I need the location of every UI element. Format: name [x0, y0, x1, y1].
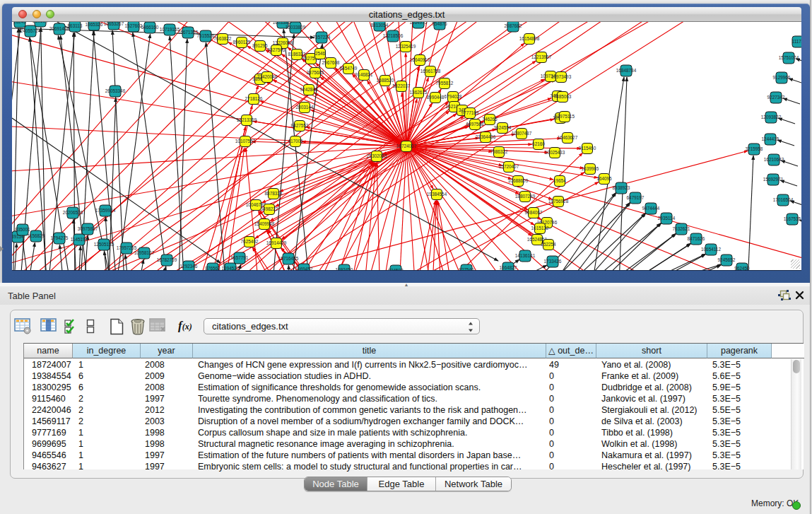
svg-text:16154808: 16154808 [519, 36, 540, 41]
svg-text:417006: 417006 [288, 139, 303, 144]
svg-text:7955812: 7955812 [436, 81, 454, 86]
svg-text:15692971: 15692971 [763, 177, 784, 182]
svg-text:15409948: 15409948 [254, 221, 275, 226]
svg-text:10719155: 10719155 [160, 27, 180, 32]
svg-text:8454749: 8454749 [340, 66, 358, 71]
svg-text:9084067: 9084067 [525, 210, 543, 215]
svg-text:7663822: 7663822 [214, 36, 232, 41]
svg-text:1733426: 1733426 [544, 259, 562, 264]
svg-text:1794275: 1794275 [51, 235, 69, 240]
svg-text:7485063: 7485063 [554, 94, 572, 99]
svg-text:1639965: 1639965 [582, 166, 599, 171]
svg-text:2718126: 2718126 [245, 96, 263, 101]
svg-text:746266: 746266 [482, 117, 498, 122]
svg-text:9657791: 9657791 [231, 255, 249, 260]
svg-text:19756928: 19756928 [548, 199, 569, 204]
svg-text:2935114: 2935114 [658, 216, 676, 221]
svg-text:7632621: 7632621 [673, 226, 690, 231]
svg-text:26053346: 26053346 [105, 88, 126, 93]
svg-text:954876: 954876 [432, 22, 447, 26]
svg-text:12093822: 12093822 [761, 115, 782, 119]
svg-text:9777169: 9777169 [461, 110, 479, 115]
svg-text:3624554: 3624554 [494, 125, 512, 130]
svg-text:863113: 863113 [68, 23, 83, 28]
svg-text:1588520: 1588520 [377, 78, 394, 83]
svg-text:3215958: 3215958 [746, 146, 763, 151]
svg-text:876563: 876563 [205, 266, 220, 271]
svg-text:16914479: 16914479 [266, 240, 287, 245]
svg-text:9146821: 9146821 [355, 72, 373, 77]
svg-text:1064827: 1064827 [500, 265, 517, 270]
svg-text:14136141: 14136141 [515, 253, 536, 258]
svg-text:9327503: 9327503 [268, 47, 286, 52]
svg-text:2087682: 2087682 [505, 23, 522, 28]
svg-text:962450: 962450 [734, 266, 750, 271]
svg-text:1362615: 1362615 [410, 90, 428, 95]
svg-text:30975887: 30975887 [78, 226, 98, 231]
svg-text:21364436: 21364436 [476, 134, 496, 139]
svg-text:16463627: 16463627 [558, 135, 578, 140]
svg-text:1527602: 1527602 [125, 23, 143, 28]
svg-text:16961758: 16961758 [420, 69, 441, 74]
svg-text:7515526: 7515526 [197, 33, 215, 38]
svg-text:1092450: 1092450 [336, 267, 353, 271]
svg-text:1664975: 1664975 [410, 22, 428, 25]
svg-text:2967608: 2967608 [322, 60, 340, 65]
svg-text:17016504: 17016504 [773, 197, 794, 202]
svg-text:15751074: 15751074 [779, 55, 799, 60]
svg-text:17957255: 17957255 [117, 245, 137, 250]
svg-text:9129966: 9129966 [773, 75, 791, 80]
svg-text:12213967: 12213967 [531, 54, 552, 59]
svg-text:8878334: 8878334 [265, 191, 283, 196]
svg-text:16245: 16245 [13, 22, 26, 24]
svg-text:62160: 62160 [532, 141, 545, 146]
svg-text:2803144: 2803144 [296, 105, 314, 110]
svg-text:19384554: 19384554 [427, 192, 447, 197]
svg-text:10958107: 10958107 [134, 250, 155, 255]
svg-text:891295: 891295 [252, 43, 268, 48]
svg-text:1244415: 1244415 [762, 136, 779, 141]
svg-text:6794028: 6794028 [445, 94, 462, 99]
svg-text:5322037: 5322037 [393, 83, 411, 88]
svg-text:17359924: 17359924 [95, 208, 116, 213]
svg-text:9245652: 9245652 [718, 257, 736, 262]
svg-text:25302033: 25302033 [367, 153, 387, 158]
svg-text:20206536: 20206536 [63, 210, 83, 215]
svg-text:10654112: 10654112 [701, 247, 721, 252]
svg-text:19654: 19654 [553, 178, 566, 183]
svg-text:9227342: 9227342 [767, 95, 785, 100]
svg-text:8471626: 8471626 [688, 236, 705, 241]
svg-text:24055724: 24055724 [20, 28, 41, 33]
svg-text:12505135: 12505135 [94, 242, 114, 247]
svg-text:23420046: 23420046 [257, 74, 278, 79]
svg-text:827540: 827540 [459, 267, 474, 271]
svg-text:16210643: 16210643 [764, 157, 784, 162]
svg-text:10973493: 10973493 [551, 74, 572, 79]
svg-text:12325419: 12325419 [396, 44, 416, 49]
svg-text:924503: 924503 [388, 268, 404, 271]
svg-text:6497568: 6497568 [466, 122, 484, 127]
svg-text:835001: 835001 [15, 227, 30, 232]
svg-text:15716485: 15716485 [278, 256, 299, 261]
svg-text:16640910: 16640910 [410, 57, 430, 62]
svg-text:252254: 252254 [541, 242, 556, 247]
svg-text:10107552: 10107552 [235, 139, 256, 144]
svg-text:1292346: 1292346 [180, 264, 198, 269]
svg-text:7986322: 7986322 [490, 149, 508, 154]
svg-text:9115460: 9115460 [579, 146, 596, 151]
svg-text:1145194: 1145194 [71, 237, 88, 242]
svg-text:8960125: 8960125 [233, 40, 251, 45]
svg-text:8938923: 8938923 [613, 185, 630, 190]
svg-text:10688609: 10688609 [508, 178, 529, 183]
svg-text:1615132: 1615132 [531, 226, 549, 230]
svg-text:12213369: 12213369 [237, 117, 257, 122]
svg-text:16782759: 16782759 [157, 257, 177, 262]
svg-text:12975115: 12975115 [555, 114, 575, 119]
svg-text:1065326: 1065326 [86, 22, 103, 27]
svg-text:7357224: 7357224 [313, 35, 331, 40]
svg-text:164095: 164095 [596, 176, 612, 181]
svg-text:8427552: 8427552 [291, 123, 309, 128]
svg-text:8813054: 8813054 [371, 23, 389, 28]
svg-text:2546: 2546 [315, 51, 326, 56]
svg-text:1156829: 1156829 [28, 233, 45, 238]
